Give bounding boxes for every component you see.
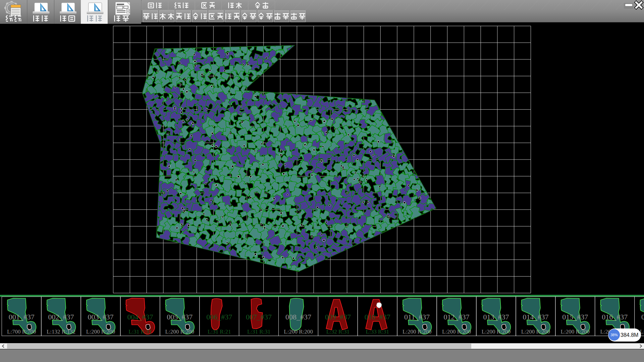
svg-text:L:200 R:200: L:200 R:200 [86,328,115,335]
svg-text:384.8M: 384.8M [621,332,638,338]
svg-text:L:200 R:200: L:200 R:200 [521,328,550,335]
svg-text:010_#37: 010_#37 [365,313,390,321]
svg-text:015_#37: 015_#37 [562,313,588,321]
svg-text:L:32 R:31: L:32 R:31 [326,328,350,335]
svg-text:L:700 R:700: L:700 R:700 [7,328,36,335]
svg-text:011_#37: 011_#37 [404,313,430,321]
svg-text:001_#37: 001_#37 [9,313,35,321]
svg-text:008_#37: 008_#37 [285,313,311,321]
svg-text:016_#37: 016_#37 [602,313,628,321]
svg-text:38%: 38% [610,333,618,337]
svg-text:L:200 R:200: L:200 R:200 [284,328,313,335]
svg-text:L:33 R:31: L:33 R:31 [366,328,389,335]
svg-text:004_#37: 004_#37 [127,313,153,321]
svg-text:007_#37: 007_#37 [246,313,272,321]
svg-text:L:200 R:200: L:200 R:200 [482,328,511,335]
svg-text:005_#37: 005_#37 [167,313,193,321]
svg-text:L:31 R:21: L:31 R:21 [208,328,231,335]
svg-text:L:200 R:200: L:200 R:200 [165,328,194,335]
svg-text:017_#37: 017_#37 [641,313,644,321]
svg-text:L:200 R:200: L:200 R:200 [402,328,431,335]
svg-text:002_#37: 002_#37 [48,313,74,321]
svg-text:012_#37: 012_#37 [444,313,470,321]
svg-text:L:132 R:132: L:132 R:132 [47,328,75,335]
svg-text:013_#37: 013_#37 [483,313,509,321]
svg-text:L:200 R:200: L:200 R:200 [442,328,471,335]
svg-text:006_#37: 006_#37 [206,313,232,321]
svg-text:003_#37: 003_#37 [88,313,114,321]
svg-text:L:31 R:31: L:31 R:31 [247,328,270,335]
svg-text:014_#37: 014_#37 [523,313,548,321]
svg-text:L:200 R:200: L:200 R:200 [561,328,590,335]
svg-text:009_#37: 009_#37 [325,313,351,321]
svg-text:L:31 R:31: L:31 R:31 [128,328,152,335]
